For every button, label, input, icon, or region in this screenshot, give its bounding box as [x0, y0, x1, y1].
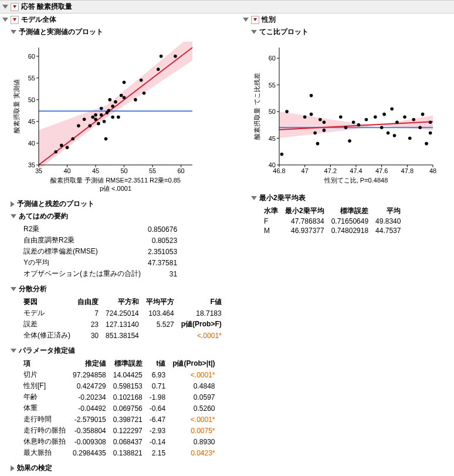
section-title: 最小2乗平均表 [259, 193, 306, 203]
svg-point-87 [393, 134, 397, 137]
svg-text:40: 40 [269, 161, 276, 168]
anova-header: 分散分析 [8, 283, 240, 295]
disclosure-icon[interactable] [251, 30, 257, 34]
svg-point-33 [174, 55, 177, 58]
svg-point-67 [285, 110, 289, 113]
lsmeans-header: 最小2乗平均表 [249, 192, 452, 204]
svg-point-84 [382, 113, 386, 116]
table-row: 性別[F]0.4247290.5981530.710.4848 [20, 380, 219, 391]
svg-point-5 [66, 146, 69, 150]
table-row: 年齢-0.202340.102168-1.980.0597 [20, 391, 219, 403]
table-row: Yの平均47.37581 [20, 257, 181, 268]
svg-point-72 [316, 142, 320, 146]
menu-button[interactable] [251, 16, 259, 24]
svg-point-24 [117, 116, 120, 119]
disclosure-icon[interactable] [2, 5, 8, 9]
svg-point-8 [83, 117, 86, 121]
disclosure-icon[interactable] [11, 465, 15, 471]
svg-point-94 [425, 142, 428, 146]
section-title: 分散分析 [19, 284, 47, 294]
table-row: 誤差23127.131405.527p値(Prob>F) [20, 319, 225, 330]
table-row: 体重-0.044920.069756-0.640.5260 [20, 403, 219, 414]
svg-point-76 [339, 115, 343, 119]
anova-table: 要因自由度平方和平均平方F値モデル7724.25014103.46418.718… [20, 296, 225, 341]
svg-point-31 [157, 67, 160, 71]
disclosure-icon[interactable] [11, 214, 16, 218]
table-header-row: 要因自由度平方和平均平方F値 [20, 296, 225, 308]
svg-marker-0 [39, 42, 192, 169]
leverage-plot: 46.84747.247.447.647.8484045505560性別てこ比,… [249, 38, 452, 192]
svg-text:性別てこ比, P=0.4848: 性別てこ比, P=0.4848 [324, 177, 388, 184]
disclosure-icon[interactable] [11, 287, 16, 291]
svg-point-95 [429, 120, 432, 124]
svg-point-88 [395, 120, 399, 124]
table-row: オブザベーション(または重みの合計)31 [20, 268, 181, 279]
svg-text:55: 55 [28, 75, 35, 82]
table-row: 自由度調整R2乗0.80523 [20, 235, 181, 246]
svg-point-11 [94, 117, 97, 121]
effect-tests-header: 効果の検定 [8, 462, 240, 474]
disclosure-icon[interactable] [251, 196, 257, 200]
svg-text:45: 45 [269, 135, 276, 142]
chevron-down-icon [13, 5, 16, 8]
svg-point-26 [123, 96, 126, 99]
svg-text:酸素摂取量 予測値 RMSE=2.3511 R2乗=0.85: 酸素摂取量 予測値 RMSE=2.3511 R2乗=0.85 [50, 177, 181, 184]
disclosure-icon[interactable] [11, 30, 16, 34]
svg-point-73 [319, 118, 322, 121]
disclosure-icon[interactable] [11, 201, 15, 207]
disclosure-icon[interactable] [243, 18, 249, 22]
svg-point-86 [390, 107, 394, 111]
svg-point-6 [71, 137, 74, 141]
svg-point-93 [421, 113, 425, 116]
model-header: モデル全体 [0, 13, 240, 26]
svg-point-80 [357, 123, 361, 127]
svg-text:47: 47 [301, 167, 309, 174]
svg-point-30 [143, 92, 146, 95]
svg-text:40: 40 [63, 167, 70, 174]
scatter-plot-1: 353540404545505055556060酸素摂取量 予測値 RMSE=2… [11, 42, 198, 194]
leverage-plot-header: てこ比プロット [249, 26, 452, 38]
fit-summary-header: あてはめの要約 [8, 210, 240, 222]
svg-point-25 [120, 94, 123, 97]
svg-text:45: 45 [28, 118, 35, 125]
svg-point-82 [374, 115, 377, 119]
table-row: 走行時の脈拍-0.3588040.122297-2.930.0075* [20, 425, 219, 436]
response-header: 応答 酸素摂取量 [0, 0, 454, 13]
plot-title: 予測値と残差のプロット [17, 199, 94, 209]
svg-text:35: 35 [28, 161, 35, 168]
svg-text:60: 60 [177, 167, 184, 174]
svg-point-23 [114, 100, 117, 104]
actual-by-predicted-header: 予測値と実測値のプロット [8, 26, 240, 38]
section-title: あてはめの要約 [19, 211, 68, 221]
svg-point-75 [323, 129, 326, 132]
section-title: 性別 [262, 15, 276, 25]
menu-button[interactable] [11, 16, 19, 24]
table-row: 走行時間-2.5790150.398721-6.47<.0001* [20, 414, 219, 425]
svg-point-78 [348, 139, 351, 143]
svg-text:47.2: 47.2 [324, 167, 337, 174]
svg-point-69 [310, 113, 313, 116]
parameter-estimates-table: 項推定値標準誤差t値p値(Prob>|t|)切片97.29485814.0442… [20, 358, 219, 458]
svg-point-83 [380, 126, 384, 130]
table-row: 切片97.29485814.044256.93<.0001* [20, 369, 219, 380]
svg-text:45: 45 [92, 167, 99, 174]
param-header: パラメータ推定値 [8, 345, 240, 357]
svg-point-96 [429, 131, 432, 135]
svg-marker-63 [279, 112, 433, 138]
svg-point-28 [134, 98, 137, 102]
sex-header: 性別 [240, 13, 452, 26]
svg-text:酸素摂取量 実測値: 酸素摂取量 実測値 [13, 79, 20, 133]
svg-point-89 [403, 115, 406, 119]
svg-text:50: 50 [28, 96, 35, 103]
svg-point-68 [303, 115, 307, 119]
table-row: 誤差の標準偏差(RMSE)2.351053 [20, 246, 181, 257]
svg-point-3 [54, 150, 57, 154]
svg-point-10 [91, 116, 94, 119]
menu-button[interactable] [11, 3, 19, 11]
disclosure-icon[interactable] [11, 349, 16, 353]
svg-text:50: 50 [120, 167, 127, 174]
svg-text:47.8: 47.8 [401, 167, 414, 174]
disclosure-icon[interactable] [2, 18, 8, 22]
svg-point-9 [89, 124, 92, 128]
table-row: 休息時の脈拍-0.0093080.068437-0.140.8930 [20, 436, 219, 447]
